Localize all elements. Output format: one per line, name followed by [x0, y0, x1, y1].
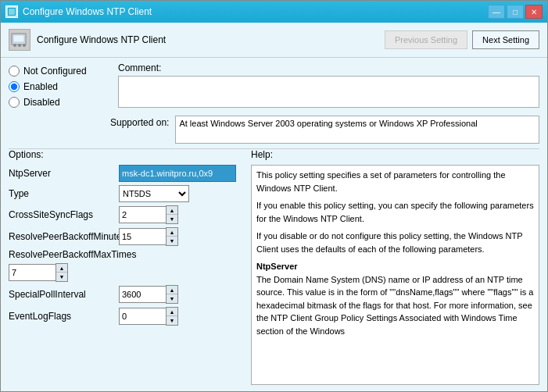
disabled-option[interactable]: Disabled	[9, 97, 110, 108]
title-bar-controls: — □ ✕	[488, 5, 543, 19]
not-configured-radio[interactable]	[9, 66, 20, 77]
comment-input[interactable]	[118, 76, 539, 108]
comment-label: Comment:	[118, 62, 539, 73]
header-title: Configure Windows NTP Client	[37, 34, 385, 45]
crosssite-down[interactable]: ▼	[167, 215, 177, 223]
resolvemin-spinner-btns: ▲ ▼	[166, 227, 178, 246]
radio-group: Not Configured Enabled Disabled	[9, 62, 110, 108]
not-configured-option[interactable]: Not Configured	[9, 66, 110, 77]
enabled-label: Enabled	[23, 81, 58, 92]
crosssite-spinner: ▲ ▼	[119, 205, 178, 224]
specialpoll-label: SpecialPollInterval	[9, 289, 114, 300]
header-icon	[9, 29, 30, 51]
eventlog-up[interactable]: ▲	[167, 308, 177, 316]
radio-comment-row: Not Configured Enabled Disabled Comment:	[1, 58, 547, 112]
help-para-1: This policy setting specifies a set of p…	[256, 169, 534, 194]
supported-label: Supported on:	[110, 116, 169, 128]
resolvemin-row: ResolvePeerBackoffMinutes ▲ ▼	[9, 227, 243, 246]
crosssite-spinner-btns: ▲ ▼	[166, 205, 178, 224]
options-content: NtpServer Type NT5DS NTP NoSync AllSync	[9, 165, 243, 385]
disabled-label: Disabled	[23, 97, 60, 108]
resolvemax-row: ▲ ▼	[9, 263, 243, 282]
eventlog-row: EventLogFlags ▲ ▼	[9, 307, 243, 326]
help-title: Help:	[251, 149, 539, 160]
help-para-2: If you enable this policy setting, you c…	[256, 199, 534, 225]
specialpoll-input[interactable]	[119, 286, 166, 303]
ntpserver-row: NtpServer	[9, 165, 243, 182]
help-para-3: If you disable or do not configure this …	[256, 230, 534, 255]
options-help-row: Options: NtpServer Type NT5DS NT	[1, 149, 547, 391]
previous-setting-button[interactable]: Previous Setting	[385, 30, 467, 49]
options-title: Options:	[9, 149, 243, 160]
svg-rect-1	[9, 9, 15, 15]
resolvemax-up[interactable]: ▲	[56, 264, 67, 273]
help-para-4: NtpServerThe Domain Name System (DNS) na…	[256, 260, 534, 337]
ntpserver-label: NtpServer	[9, 168, 114, 179]
header-buttons: Previous Setting Next Setting	[385, 30, 539, 49]
crosssite-label: CrossSiteSyncFlags	[9, 209, 114, 220]
minimize-button[interactable]: —	[488, 5, 505, 19]
resolvemin-up[interactable]: ▲	[167, 228, 177, 237]
help-content[interactable]: This policy setting specifies a set of p…	[251, 165, 539, 385]
eventlog-label: EventLogFlags	[9, 311, 114, 322]
close-button[interactable]: ✕	[525, 5, 543, 19]
svg-point-5	[18, 44, 21, 47]
resolvemin-label: ResolvePeerBackoffMinutes	[9, 231, 114, 242]
eventlog-input[interactable]	[119, 308, 166, 325]
eventlog-spinner: ▲ ▼	[119, 307, 178, 326]
window-title: Configure Windows NTP Client	[23, 6, 152, 17]
not-configured-label: Not Configured	[23, 66, 87, 77]
svg-point-6	[23, 44, 26, 47]
main-area: Not Configured Enabled Disabled Comment:	[1, 58, 547, 391]
specialpoll-down[interactable]: ▼	[167, 294, 177, 303]
specialpoll-spinner-btns: ▲ ▼	[166, 285, 178, 304]
resolvemax-label: ResolvePeerBackoffMaxTimes	[9, 249, 114, 260]
maximize-button[interactable]: □	[507, 5, 524, 19]
resolvemax-input[interactable]	[9, 264, 56, 281]
main-window: Configure Windows NTP Client — □ ✕ Confi…	[0, 0, 548, 392]
eventlog-down[interactable]: ▼	[167, 316, 177, 325]
next-setting-button[interactable]: Next Setting	[472, 30, 539, 49]
help-panel: Help: This policy setting specifies a se…	[251, 149, 539, 385]
svg-point-4	[13, 44, 16, 47]
crosssite-input[interactable]	[119, 206, 166, 223]
enabled-radio[interactable]	[9, 81, 20, 92]
specialpoll-spinner: ▲ ▼	[119, 285, 178, 304]
title-bar: Configure Windows NTP Client — □ ✕	[1, 1, 547, 23]
type-select[interactable]: NT5DS NTP NoSync AllSync	[119, 185, 189, 202]
comment-area: Comment:	[118, 62, 539, 108]
supported-text: At least Windows Server 2003 operating s…	[175, 116, 539, 144]
ntpserver-input[interactable]	[119, 165, 236, 182]
specialpoll-up[interactable]: ▲	[167, 286, 177, 294]
enabled-option[interactable]: Enabled	[9, 81, 110, 92]
resolvemax-spinner-btns: ▲ ▼	[56, 263, 68, 282]
svg-rect-3	[13, 35, 24, 42]
header-row: Configure Windows NTP Client Previous Se…	[1, 23, 547, 58]
resolvemax-down[interactable]: ▼	[56, 273, 67, 281]
window-icon	[5, 5, 18, 18]
resolvemin-input[interactable]	[119, 228, 166, 245]
title-bar-left: Configure Windows NTP Client	[5, 5, 152, 18]
crosssite-up[interactable]: ▲	[167, 206, 177, 215]
eventlog-spinner-btns: ▲ ▼	[166, 307, 178, 326]
resolvemin-down[interactable]: ▼	[167, 237, 177, 245]
options-panel: Options: NtpServer Type NT5DS NT	[9, 149, 243, 385]
resolvemax-spinner: ▲ ▼	[9, 263, 68, 282]
content-area: Configure Windows NTP Client Previous Se…	[1, 23, 547, 391]
supported-row: Supported on: At least Windows Server 20…	[1, 112, 547, 148]
resolvemin-spinner: ▲ ▼	[119, 227, 178, 246]
crosssite-row: CrossSiteSyncFlags ▲ ▼	[9, 205, 243, 224]
disabled-radio[interactable]	[9, 97, 20, 108]
type-label: Type	[9, 188, 114, 199]
resolvemax-label-row: ResolvePeerBackoffMaxTimes	[9, 249, 243, 260]
type-row: Type NT5DS NTP NoSync AllSync	[9, 185, 243, 202]
specialpoll-row: SpecialPollInterval ▲ ▼	[9, 285, 243, 304]
